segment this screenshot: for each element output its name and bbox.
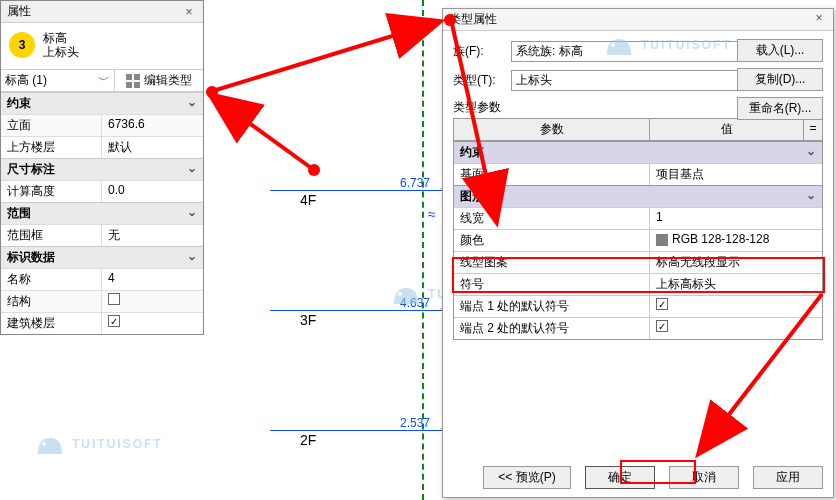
pattern-field[interactable]: 标高无线段显示	[650, 252, 822, 273]
collapse-icon[interactable]: ⌄	[187, 249, 197, 266]
close-icon[interactable]: ×	[181, 5, 197, 19]
preview-button[interactable]: << 预览(P)	[483, 466, 571, 489]
apply-button[interactable]: 应用	[753, 466, 823, 489]
close-icon[interactable]: ×	[811, 11, 827, 28]
lineweight-field[interactable]: 1	[650, 208, 822, 229]
base-field[interactable]: 项目基点	[650, 164, 822, 185]
type-label: 标高 上标头	[43, 31, 79, 59]
level-2f[interactable]: 2.537 2F	[270, 416, 450, 431]
load-button[interactable]: 载入(L)...	[737, 39, 823, 62]
ok-button[interactable]: 确定	[585, 466, 655, 489]
properties-panel: 属性 × 3 标高 上标头 标高 (1) ﹀ 编辑类型 约束⌄ 立面6736.6…	[0, 0, 204, 335]
collapse-icon[interactable]: ⌄	[806, 144, 816, 161]
duplicate-button[interactable]: 复制(D)...	[737, 68, 823, 91]
level-4f[interactable]: 6.737 4F	[270, 176, 450, 191]
end2-checkbox[interactable]	[656, 320, 668, 332]
collapse-icon[interactable]: ⌄	[187, 161, 197, 178]
dialog-title: 类型属性	[449, 11, 497, 28]
struct-checkbox[interactable]	[108, 293, 120, 305]
name-field[interactable]: 4	[102, 269, 203, 290]
grid-icon	[126, 74, 140, 88]
properties-title: 属性	[7, 3, 31, 20]
symbol-field[interactable]: 上标高标头	[650, 274, 822, 295]
svg-point-2	[611, 43, 615, 47]
color-field[interactable]: RGB 128-128-128	[650, 230, 822, 251]
type-params-table: 参数 值 = 约束⌄ 基面项目基点 图形⌄ 线宽1 颜色RGB 128-128-…	[453, 118, 823, 340]
chevron-down-icon: ﹀	[98, 72, 110, 89]
edit-type-button[interactable]: 编辑类型	[115, 70, 203, 91]
step-badge: 3	[9, 32, 35, 58]
watermark: TUITUISOFT	[603, 31, 732, 59]
cancel-button[interactable]: 取消	[669, 466, 739, 489]
type-properties-dialog: 类型属性 × 族(F): 系统族: 标高﹀ 类型(T): 上标头﹀ 载入(L).…	[442, 8, 834, 498]
arch-checkbox[interactable]	[108, 315, 120, 327]
svg-point-1	[398, 292, 402, 296]
rename-button[interactable]: 重命名(R)...	[737, 97, 823, 120]
type-selector[interactable]: 标高 (1) ﹀	[1, 70, 115, 91]
upper-field[interactable]: 默认	[102, 137, 203, 158]
collapse-icon[interactable]: ⌄	[187, 205, 197, 222]
svg-point-0	[42, 442, 46, 446]
collapse-icon[interactable]: ⌄	[187, 95, 197, 112]
watermark: TUITUISOFT	[34, 430, 163, 458]
collapse-icon[interactable]: ⌄	[806, 188, 816, 205]
end1-checkbox[interactable]	[656, 298, 668, 310]
scope-field[interactable]: 无	[102, 225, 203, 246]
elevation-field[interactable]: 6736.6	[102, 115, 203, 136]
calc-field[interactable]: 0.0	[102, 181, 203, 202]
wave-marker: ≈	[428, 206, 436, 222]
